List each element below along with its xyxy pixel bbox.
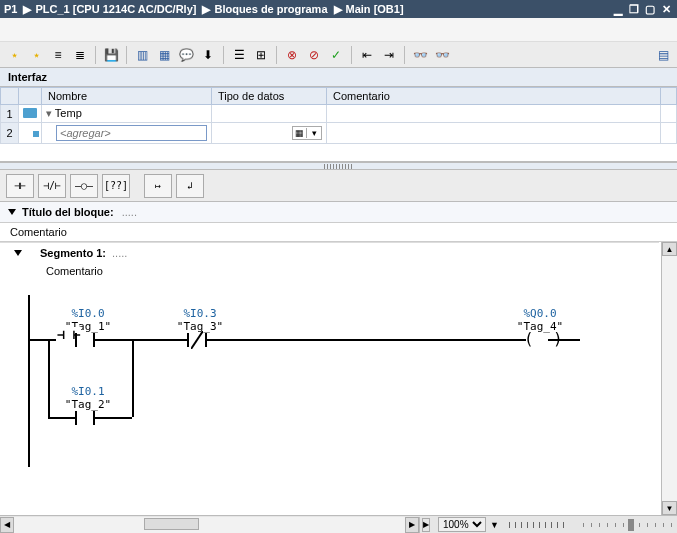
block-comment[interactable]: Comentario <box>0 223 677 242</box>
datatype-picker[interactable]: ▦▾ <box>292 126 322 140</box>
sub-icon <box>19 123 42 144</box>
segment-dots[interactable]: ..... <box>112 247 127 259</box>
splitter[interactable] <box>0 162 677 170</box>
ladder-toolbar: ⊣⊢ ⊣/⊢ –○– [??] ↦ ↲ <box>0 170 677 202</box>
temp-icon <box>19 105 42 123</box>
tool-indent-out[interactable]: ⇤ <box>357 45 377 65</box>
breadcrumb-p1[interactable]: P1 <box>4 3 17 15</box>
block-title-value[interactable]: ..... <box>122 206 137 218</box>
col-num <box>1 88 19 105</box>
row2-name[interactable] <box>42 123 212 144</box>
row1-name[interactable]: ▾ Temp <box>42 105 212 123</box>
scroll-track[interactable] <box>14 517 405 533</box>
tool-window[interactable]: ▥ <box>132 45 152 65</box>
box-button[interactable]: [??] <box>102 174 130 198</box>
col-datatype[interactable]: Tipo de datos <box>212 88 327 105</box>
row1-num: 1 <box>1 105 19 123</box>
row2-datatype[interactable]: ▦▾ <box>212 123 327 144</box>
branch-close-button[interactable]: ↲ <box>176 174 204 198</box>
segment-label: Segmento 1: <box>40 247 106 259</box>
contact-no-i00[interactable]: %I0.0 "Tag_1" ⊣ ⊢ <box>58 307 118 333</box>
chevron-right-icon: ▶ <box>202 3 210 16</box>
restore-button[interactable]: ❐ <box>627 2 641 16</box>
close-button[interactable]: ✕ <box>659 2 673 16</box>
wire <box>28 339 580 341</box>
coil-button[interactable]: –○– <box>70 174 98 198</box>
scroll-thumb[interactable] <box>144 518 199 530</box>
branch-open-button[interactable]: ↦ <box>144 174 172 198</box>
tool-monitor-all[interactable]: 👓 <box>432 45 452 65</box>
tool-indent-in[interactable]: ⇥ <box>379 45 399 65</box>
zoom-slider[interactable] <box>583 523 677 527</box>
add-input[interactable] <box>56 125 207 141</box>
power-rail <box>28 295 30 467</box>
svg-line-0 <box>191 331 203 349</box>
interface-table: Nombre Tipo de datos Comentario 1 ▾ Temp… <box>0 87 677 144</box>
tool-next-err[interactable]: ⊘ <box>304 45 324 65</box>
main-toolbar: ⭑ ⭑ ≡ ≣ 💾 ▥ ▦ 💬 ⬇ ☰ ⊞ ⊗ ⊘ ✓ ⇤ ⇥ 👓 👓 ▤ <box>0 42 677 68</box>
segment-comment[interactable]: Comentario <box>0 263 659 283</box>
contact-no-i01[interactable]: %I0.1 "Tag_2" <box>58 385 118 411</box>
minimize-button[interactable]: ▁ <box>611 2 625 16</box>
tool-network[interactable]: ⊞ <box>251 45 271 65</box>
collapse-icon[interactable] <box>14 250 22 256</box>
tool-paste[interactable]: ≣ <box>70 45 90 65</box>
row1-datatype[interactable] <box>212 105 327 123</box>
breadcrumb-main[interactable]: Main [OB1] <box>346 3 404 15</box>
zoom-select[interactable]: 100% <box>438 517 486 532</box>
col-comment[interactable]: Comentario <box>327 88 661 105</box>
chevron-right-icon: ▶ <box>23 3 31 16</box>
scroll-right-button[interactable]: ▶ <box>405 517 419 533</box>
horizontal-scrollbar[interactable]: ◀ ▶ <box>0 517 420 533</box>
status-bar: ◀ ▶ ▶ 100% ▼ <box>0 515 677 533</box>
chevron-right-icon: ▶ <box>334 3 342 16</box>
col-name[interactable]: Nombre <box>42 88 212 105</box>
tool-goto-err[interactable]: ⊗ <box>282 45 302 65</box>
tool-insert-1[interactable]: ⭑ <box>4 45 24 65</box>
zoom-controls: 100% ▼ <box>438 517 677 532</box>
tool-list[interactable]: ☰ <box>229 45 249 65</box>
tool-save[interactable]: 💾 <box>101 45 121 65</box>
contact-nc-i03[interactable]: %I0.3 "Tag_3" <box>170 307 230 333</box>
table-row[interactable]: 2 ▦▾ <box>1 123 677 144</box>
collapse-icon[interactable] <box>8 209 16 215</box>
tool-monitor[interactable]: 👓 <box>410 45 430 65</box>
editor-area: Segmento 1: ..... Comentario %I0.0 "Tag_… <box>0 242 677 515</box>
tool-sidebar[interactable]: ▤ <box>653 45 673 65</box>
block-title-row[interactable]: Título del bloque: ..... <box>0 202 677 223</box>
row2-comment[interactable] <box>327 123 661 144</box>
tool-copy[interactable]: ≡ <box>48 45 68 65</box>
tool-compile[interactable]: ✓ <box>326 45 346 65</box>
vertical-scrollbar[interactable]: ▲ ▼ <box>661 242 677 515</box>
col-icon <box>19 88 42 105</box>
scroll-track[interactable] <box>662 256 677 501</box>
row1-comment[interactable] <box>327 105 661 123</box>
interface-section-label: Interfaz <box>0 68 677 87</box>
tool-insert-2[interactable]: ⭑ <box>26 45 46 65</box>
contact-no-button[interactable]: ⊣⊢ <box>6 174 34 198</box>
tool-download[interactable]: ⬇ <box>198 45 218 65</box>
wire <box>48 339 50 417</box>
scroll-down-button[interactable]: ▼ <box>662 501 677 515</box>
spacer <box>0 18 677 42</box>
tool-comment[interactable]: 💬 <box>176 45 196 65</box>
scroll-end-button[interactable]: ▶ <box>422 518 430 532</box>
scroll-up-button[interactable]: ▲ <box>662 242 677 256</box>
scroll-left-button[interactable]: ◀ <box>0 517 14 533</box>
ladder-diagram[interactable]: %I0.0 "Tag_1" ⊣ ⊢ %I0.3 "Tag_3" <box>20 287 659 467</box>
table-row[interactable]: 1 ▾ Temp <box>1 105 677 123</box>
title-bar: P1 ▶ PLC_1 [CPU 1214C AC/DC/Rly] ▶ Bloqu… <box>0 0 677 18</box>
tool-grid[interactable]: ▦ <box>154 45 174 65</box>
wire <box>132 339 134 417</box>
breadcrumb-blocks[interactable]: Bloques de programa <box>214 3 327 15</box>
contact-nc-button[interactable]: ⊣/⊢ <box>38 174 66 198</box>
block-title-label: Título del bloque: <box>22 206 114 218</box>
breadcrumb-plc[interactable]: PLC_1 [CPU 1214C AC/DC/Rly] <box>35 3 196 15</box>
maximize-button[interactable]: ▢ <box>643 2 657 16</box>
row2-num: 2 <box>1 123 19 144</box>
segment-header[interactable]: Segmento 1: ..... <box>0 242 659 263</box>
